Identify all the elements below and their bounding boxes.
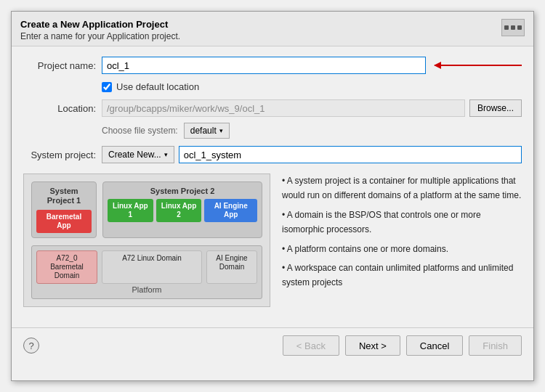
dropdown-arrow-icon: ▾ xyxy=(219,127,223,134)
ai-engine-domain-box: AI Engine Domain xyxy=(206,250,257,284)
use-default-location-row: Use default location xyxy=(102,81,522,92)
sys-project-2-label: System Project 2 xyxy=(150,187,215,196)
next-button[interactable]: Next > xyxy=(345,335,400,356)
choose-filesystem-label: Choose file system: xyxy=(102,126,178,136)
create-new-button[interactable]: Create New... ▾ xyxy=(102,146,174,163)
location-row: Location: Browse... xyxy=(23,99,522,117)
create-new-label: Create New... xyxy=(108,150,161,160)
red-arrow-line xyxy=(435,65,522,66)
icon-dot-3 xyxy=(517,25,522,30)
system-project-input[interactable] xyxy=(179,146,522,163)
diagram-flex: System Project 1 Baremetal App System Pr… xyxy=(31,181,262,238)
footer-right: < Back Next > Cancel Finish xyxy=(283,335,522,356)
system-project-1-box: System Project 1 Baremetal App xyxy=(31,181,97,238)
ai-engine-domain-label: AI Engine Domain xyxy=(216,254,247,271)
location-label: Location: xyxy=(23,103,96,114)
app-boxes-row: Linux App 1 Linux App 2 AI Engine App xyxy=(108,199,257,222)
baremetal-app-label: Baremetal App xyxy=(47,213,81,229)
red-arrow-head xyxy=(434,62,441,69)
dialog-title: Create a New Application Project xyxy=(20,19,180,30)
location-input xyxy=(102,99,465,117)
ai-engine-app-box: AI Engine App xyxy=(204,199,257,222)
a72-baremetal-domain-box: A72_0 Baremetal Domain xyxy=(36,250,97,284)
create-project-dialog: Create a New Application Project Enter a… xyxy=(11,11,534,381)
footer-left: ? xyxy=(23,338,39,354)
platform-domains-row: A72_0 Baremetal Domain A72 Linux Domain … xyxy=(36,250,257,284)
filesystem-value: default xyxy=(190,126,217,136)
a72-linux-domain-box: A72 Linux Domain xyxy=(102,250,202,284)
system-project-row: System project: Create New... ▾ xyxy=(23,146,522,163)
red-arrow-indicator xyxy=(435,65,522,66)
linux-app1-label: Linux App 1 xyxy=(113,202,148,219)
project-name-row: Project name: xyxy=(23,57,522,74)
dialog-header: Create a New Application Project Enter a… xyxy=(12,12,533,46)
icon-dot-1 xyxy=(504,25,509,30)
dialog-body: Project name: Use default location Locat… xyxy=(12,46,533,327)
info-bullet-4: • A workspace can contain unlimited plat… xyxy=(282,261,522,290)
back-button[interactable]: < Back xyxy=(283,335,339,356)
baremetal-app-box: Baremetal App xyxy=(36,210,92,233)
a72-linux-domain-label: A72 Linux Domain xyxy=(122,254,182,262)
linux-app2-label: Linux App 2 xyxy=(161,202,197,219)
ai-engine-app-label: AI Engine App xyxy=(214,202,248,219)
dialog-header-text: Create a New Application Project Enter a… xyxy=(20,19,180,41)
sys-project-1-label: System Project 1 xyxy=(36,187,92,205)
info-bullet-3: • A platform contains one or more domain… xyxy=(282,242,522,256)
info-area: • A system project is a container for mu… xyxy=(282,173,522,307)
filesystem-dropdown[interactable]: default ▾ xyxy=(184,123,230,139)
help-button[interactable]: ? xyxy=(23,338,39,354)
content-area: System Project 1 Baremetal App System Pr… xyxy=(23,173,522,307)
dialog-footer: ? < Back Next > Cancel Finish xyxy=(12,327,533,363)
system-project-label: System project: xyxy=(23,150,96,160)
project-name-input[interactable] xyxy=(102,57,426,74)
system-project-2-box: System Project 2 Linux App 1 Linux App 2… xyxy=(102,181,262,238)
info-bullet-1: • A system project is a container for mu… xyxy=(282,173,522,203)
create-new-arrow-icon: ▾ xyxy=(164,151,168,158)
use-default-location-label: Use default location xyxy=(116,81,199,92)
icon-dot-2 xyxy=(511,25,515,30)
a72-domain-label: A72_0 Baremetal Domain xyxy=(50,254,84,279)
finish-button[interactable]: Finish xyxy=(469,335,522,356)
dialog-subtitle: Enter a name for your Application projec… xyxy=(20,31,180,41)
use-default-location-checkbox[interactable] xyxy=(102,82,112,92)
dialog-window-icon xyxy=(501,19,525,36)
info-bullet-2: • A domain is the BSP/OS that controls o… xyxy=(282,208,522,237)
project-name-label: Project name: xyxy=(23,60,96,71)
filesystem-row: Choose file system: default ▾ xyxy=(102,123,522,139)
linux-app2-box: Linux App 2 xyxy=(156,199,202,222)
linux-app1-box: Linux App 1 xyxy=(108,199,153,222)
platform-label: Platform xyxy=(36,285,257,294)
browse-button[interactable]: Browse... xyxy=(469,99,522,117)
platform-box: A72_0 Baremetal Domain A72 Linux Domain … xyxy=(31,245,262,299)
diagram-area: System Project 1 Baremetal App System Pr… xyxy=(23,173,270,307)
cancel-button[interactable]: Cancel xyxy=(406,335,463,356)
